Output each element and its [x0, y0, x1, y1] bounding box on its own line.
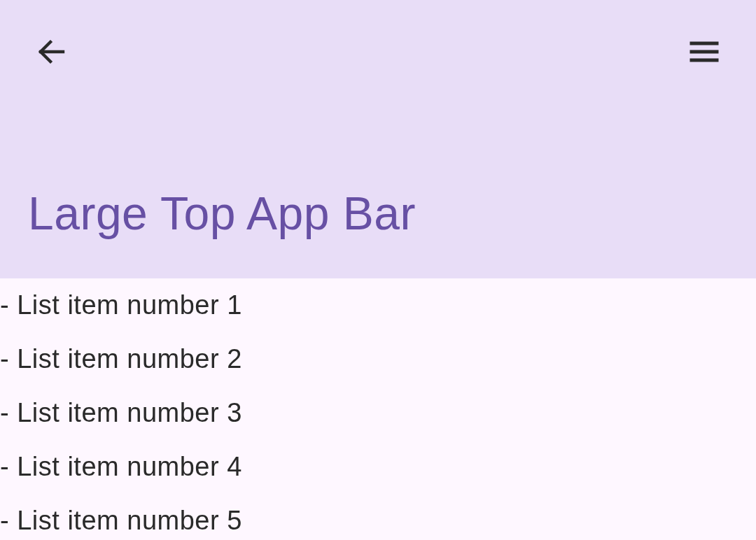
large-top-app-bar: Large Top App Bar: [0, 0, 756, 278]
app-bar-top-row: [0, 0, 756, 69]
app-bar-title: Large Top App Bar: [28, 187, 416, 240]
list-item: - List item number 4: [0, 440, 756, 494]
content-area: - List item number 1 - List item number …: [0, 278, 756, 540]
list-item: - List item number 3: [0, 386, 756, 440]
list-item: - List item number 5: [0, 494, 756, 540]
menu-icon: [687, 35, 721, 69]
list-item: - List item number 1: [0, 278, 756, 332]
title-section: Large Top App Bar: [0, 69, 756, 278]
arrow-back-icon: [35, 35, 69, 69]
back-button[interactable]: [35, 35, 69, 69]
menu-button[interactable]: [687, 35, 721, 69]
list-item: - List item number 2: [0, 332, 756, 386]
